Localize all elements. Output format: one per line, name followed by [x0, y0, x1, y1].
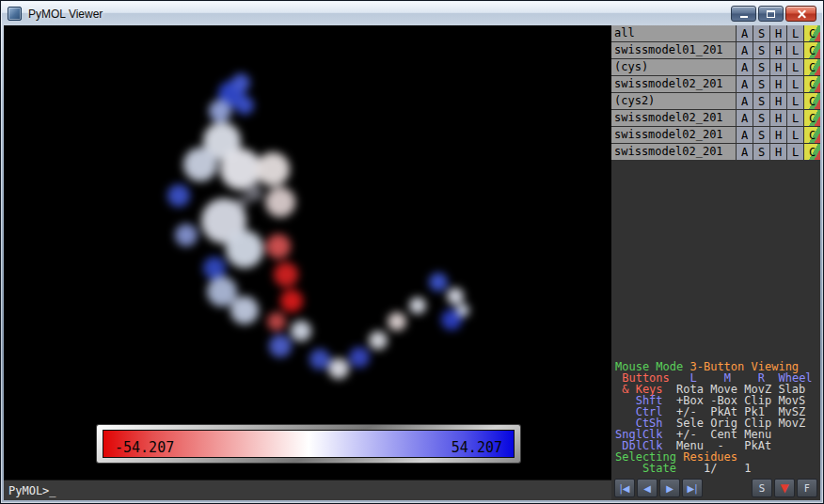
action-button[interactable]: A — [737, 110, 753, 126]
window-content: -54.207 54.207 PyMOL>_ allASHLCswissmode… — [4, 25, 820, 500]
object-name[interactable]: swissmodel02_201 — [611, 110, 736, 126]
object-row: swissmodel02_201ASHLC — [611, 110, 820, 126]
label-button[interactable]: L — [787, 76, 803, 92]
mouse-panel-text: State — [615, 462, 676, 475]
show-button[interactable]: S — [753, 76, 769, 92]
object-name[interactable]: swissmodel02_201 — [611, 76, 736, 92]
object-row: swissmodel02_201ASHLC — [611, 127, 820, 143]
color-button[interactable]: C — [804, 110, 820, 126]
color-button[interactable]: C — [804, 127, 820, 143]
scale-min-label: -54.207 — [115, 439, 174, 456]
object-row: swissmodel02_201ASHLC — [611, 76, 820, 92]
pymol-viewer-window: PyMOL Viewer -54.207 54.207 PyMOL>_ — [0, 0, 824, 504]
mouse-panel-state: State 1/ 1 — [615, 463, 820, 474]
color-button[interactable]: C — [804, 42, 820, 58]
scale-max-label: 54.207 — [452, 439, 502, 456]
show-button[interactable]: S — [753, 42, 769, 58]
object-row: (cys2)ASHLC — [611, 93, 820, 109]
maximize-icon — [767, 10, 775, 18]
action-button[interactable]: A — [737, 93, 753, 109]
hide-button[interactable]: H — [770, 110, 786, 126]
object-name[interactable]: (cys) — [611, 59, 736, 75]
object-name[interactable]: all — [611, 25, 736, 41]
hide-button[interactable]: H — [770, 76, 786, 92]
frame-first-button[interactable]: |◀ — [614, 479, 635, 497]
hide-button[interactable]: H — [770, 127, 786, 143]
hide-button[interactable]: H — [770, 59, 786, 75]
movie-controls: |◀◀▶▶|S▼F — [611, 476, 820, 500]
window-controls — [731, 6, 816, 22]
show-button[interactable]: S — [753, 127, 769, 143]
action-button[interactable]: A — [737, 59, 753, 75]
scene-button[interactable]: S — [752, 479, 772, 497]
window-title: PyMOL Viewer — [28, 8, 103, 21]
titlebar[interactable]: PyMOL Viewer — [2, 2, 822, 25]
fullscreen-button[interactable]: F — [797, 479, 817, 497]
label-button[interactable]: L — [787, 42, 803, 58]
action-button[interactable]: A — [737, 144, 753, 160]
object-name[interactable]: swissmodel02_201 — [611, 144, 736, 160]
molecule-surface — [4, 25, 611, 480]
minimize-button[interactable] — [731, 6, 756, 22]
color-button[interactable]: C — [804, 76, 820, 92]
minimize-icon — [740, 16, 748, 18]
object-row: swissmodel01_201ASHLC — [611, 42, 820, 58]
3d-viewport[interactable]: -54.207 54.207 — [4, 25, 611, 480]
action-button[interactable]: A — [737, 127, 753, 143]
object-row: allASHLC — [611, 25, 820, 41]
show-button[interactable]: S — [753, 59, 769, 75]
command-line[interactable]: PyMOL>_ — [4, 480, 611, 500]
action-button[interactable]: A — [737, 42, 753, 58]
color-button[interactable]: C — [804, 25, 820, 41]
main-column: -54.207 54.207 PyMOL>_ — [4, 25, 611, 500]
frame-back-button[interactable]: ◀ — [637, 479, 658, 497]
show-button[interactable]: S — [753, 93, 769, 109]
label-button[interactable]: L — [787, 144, 803, 160]
hide-button[interactable]: H — [770, 42, 786, 58]
object-name[interactable]: (cys2) — [611, 93, 736, 109]
action-button[interactable]: A — [737, 76, 753, 92]
label-button[interactable]: L — [787, 25, 803, 41]
label-button[interactable]: L — [787, 110, 803, 126]
color-button[interactable]: C — [804, 93, 820, 109]
sidebar: allASHLCswissmodel01_201ASHLC(cys)ASHLCs… — [611, 25, 820, 500]
object-name[interactable]: swissmodel01_201 — [611, 42, 736, 58]
label-button[interactable]: L — [787, 93, 803, 109]
action-button[interactable]: A — [737, 25, 753, 41]
color-scale-gradient: -54.207 54.207 — [103, 430, 515, 458]
show-button[interactable]: S — [753, 144, 769, 160]
color-button[interactable]: C — [804, 59, 820, 75]
color-scale-bar: -54.207 54.207 — [97, 425, 520, 463]
mouse-help-panel: Mouse Mode 3-Button Viewing Buttons L M … — [611, 359, 820, 476]
frame-last-button[interactable]: ▶| — [682, 479, 703, 497]
show-button[interactable]: S — [753, 110, 769, 126]
object-name[interactable]: swissmodel02_201 — [611, 127, 736, 143]
label-button[interactable]: L — [787, 59, 803, 75]
close-button[interactable] — [785, 6, 816, 22]
record-button[interactable]: ▼ — [774, 479, 795, 497]
color-button[interactable]: C — [804, 144, 820, 160]
show-button[interactable]: S — [753, 25, 769, 41]
hide-button[interactable]: H — [770, 144, 786, 160]
sidebar-filler — [611, 161, 820, 359]
command-prompt: PyMOL>_ — [8, 484, 56, 497]
object-row: (cys)ASHLC — [611, 59, 820, 75]
label-button[interactable]: L — [787, 127, 803, 143]
object-list: allASHLCswissmodel01_201ASHLC(cys)ASHLCs… — [611, 25, 820, 161]
frame-forward-button[interactable]: ▶ — [659, 479, 680, 497]
mouse-panel-text: 1/ 1 — [676, 462, 751, 475]
hide-button[interactable]: H — [770, 25, 786, 41]
object-row: swissmodel02_201ASHLC — [611, 144, 820, 160]
pymol-app-icon — [8, 7, 22, 21]
hide-button[interactable]: H — [770, 93, 786, 109]
maximize-button[interactable] — [758, 6, 784, 22]
